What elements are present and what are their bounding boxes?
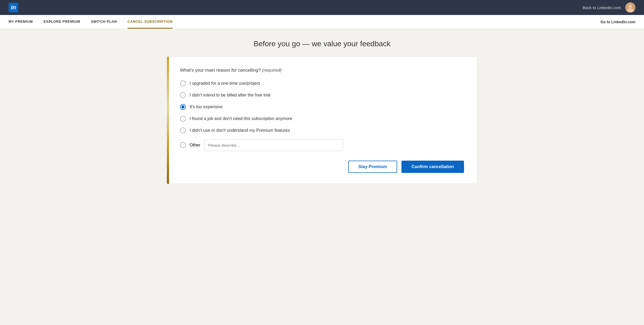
avatar-image xyxy=(625,2,635,13)
topbar-left: in xyxy=(9,3,18,12)
radio-circle-other[interactable] xyxy=(180,142,186,148)
option-found-job-label: I found a job and don't need this subscr… xyxy=(190,116,292,121)
option-free-trial[interactable]: I didn't intend to be billed after the f… xyxy=(180,92,464,98)
subnav: MY PREMIUM EXPLORE PREMIUM SWITCH PLAN C… xyxy=(0,15,644,29)
subnav-switch-plan[interactable]: SWITCH PLAN xyxy=(91,15,117,29)
confirm-cancellation-button[interactable]: Confirm cancellation xyxy=(401,161,464,173)
topbar-right: Back to LinkedIn.com xyxy=(583,2,635,13)
option-didnt-use[interactable]: I didn't use or don't understand my Prem… xyxy=(180,127,464,133)
option-too-expensive-label: It's too expensive xyxy=(190,105,223,109)
option-other: Other xyxy=(180,139,464,151)
other-label: Other xyxy=(190,143,200,148)
option-didnt-use-label: I didn't use or don't understand my Prem… xyxy=(190,128,290,133)
other-text-input[interactable] xyxy=(204,139,343,151)
subnav-links: MY PREMIUM EXPLORE PREMIUM SWITCH PLAN C… xyxy=(9,15,172,29)
radio-circle-opt1[interactable] xyxy=(180,80,186,86)
gold-accent-bar xyxy=(167,57,169,184)
subnav-explore-premium[interactable]: EXPLORE PREMIUM xyxy=(44,15,80,29)
back-to-linkedin-link[interactable]: Back to LinkedIn.com xyxy=(583,5,621,10)
radio-circle-opt3[interactable] xyxy=(180,104,186,110)
page-content: Before you go — we value your feedback W… xyxy=(162,29,482,195)
option-found-job[interactable]: I found a job and don't need this subscr… xyxy=(180,116,464,122)
subnav-cancel-subscription[interactable]: CANCEL SUBSCRIPTION xyxy=(128,15,172,29)
radio-circle-opt2[interactable] xyxy=(180,92,186,98)
radio-circle-opt5[interactable] xyxy=(180,127,186,133)
option-free-trial-label: I didn't intend to be billed after the f… xyxy=(190,93,270,98)
feedback-card: What's your main reason for cancelling? … xyxy=(167,57,477,184)
subnav-my-premium[interactable]: MY PREMIUM xyxy=(9,15,33,29)
avatar[interactable] xyxy=(625,2,635,13)
page-title: Before you go — we value your feedback xyxy=(167,40,477,48)
option-one-time[interactable]: I upgraded for a one-time use/project xyxy=(180,80,464,86)
stay-premium-button[interactable]: Stay Premium xyxy=(348,161,397,173)
linkedin-logo-icon[interactable]: in xyxy=(9,3,18,12)
buttons-row: Stay Premium Confirm cancellation xyxy=(180,161,464,173)
form-question: What's your main reason for cancelling? … xyxy=(180,68,464,73)
topbar: in Back to LinkedIn.com xyxy=(0,0,644,15)
option-too-expensive[interactable]: It's too expensive xyxy=(180,104,464,110)
card-wrapper: What's your main reason for cancelling? … xyxy=(167,57,477,184)
go-to-linkedin-link[interactable]: Go to LinkedIn.com xyxy=(600,20,635,24)
option-one-time-label: I upgraded for a one-time use/project xyxy=(190,81,260,86)
radio-group: I upgraded for a one-time use/project I … xyxy=(180,80,464,151)
radio-circle-opt4[interactable] xyxy=(180,116,186,122)
